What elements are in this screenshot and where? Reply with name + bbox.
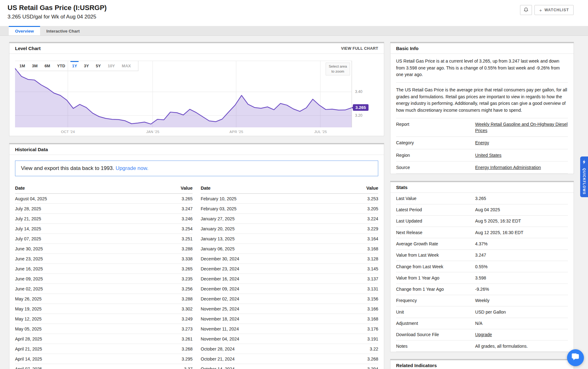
range-button-label: 1M <box>19 64 25 68</box>
stats-row: Adjustment N/A <box>396 318 568 329</box>
info-value-link[interactable]: Energy Information Administration <box>475 164 568 171</box>
stat-value: 0.55% <box>475 264 568 270</box>
stat-value: USD per Gallon <box>475 309 568 315</box>
range-button[interactable]: 1Y <box>69 61 80 71</box>
x-axis-label: OCT '24 <box>61 130 75 134</box>
stat-label: Change from 1 Year Ago <box>396 286 475 292</box>
range-button[interactable]: 10Y <box>104 61 118 71</box>
stats-row: Value from Last Week 3.247 <box>396 250 568 261</box>
col-header-value: Value <box>181 186 193 191</box>
stats-row: Change from Last Week 0.55% <box>396 261 568 272</box>
info-row: Source Energy Information Administration <box>396 161 568 174</box>
basic-info-panel: Basic Info US Retail Gas Price is at a c… <box>390 42 574 174</box>
row-date: February 03, 2025 <box>201 206 236 211</box>
row-value: 3.268 <box>367 356 378 361</box>
y-axis-label: 3.20 <box>355 113 362 118</box>
view-full-chart-button[interactable]: VIEW FULL CHART <box>341 46 378 51</box>
info-label: Region <box>396 152 475 158</box>
stat-value: 3.247 <box>475 252 568 258</box>
range-button[interactable]: 3M <box>28 61 41 71</box>
range-button[interactable]: 6M <box>41 61 54 71</box>
select-area-overlay: Select area to zoom <box>326 63 350 75</box>
row-date: April 14, 2025 <box>15 356 42 361</box>
range-button[interactable]: 3Y <box>80 61 92 71</box>
info-value-link[interactable]: Energy <box>475 140 568 146</box>
stat-label: Unit <box>396 309 475 315</box>
row-date: October 28, 2024 <box>201 346 235 351</box>
row-value: 3.229 <box>367 226 378 231</box>
row-value: 3.265 <box>182 266 193 271</box>
stats-row: Next Release Aug 12 2025, 16:30 EDT <box>396 227 568 238</box>
row-date: May 05, 2025 <box>15 326 42 331</box>
row-value: 3.168 <box>367 316 378 321</box>
range-button[interactable]: 5Y <box>92 61 104 71</box>
stat-label: Last Value <box>396 195 475 202</box>
table-row: June 30, 2025 3.288 <box>15 244 193 254</box>
main-content: Level Chart VIEW FULL CHART 1M 3M <box>0 36 588 369</box>
range-button[interactable]: MAX <box>118 61 134 71</box>
right-column: Basic Info US Retail Gas Price is at a c… <box>390 42 574 369</box>
row-value: 3.261 <box>182 336 193 341</box>
panel-title: Level Chart <box>15 46 41 51</box>
row-date: April 21, 2025 <box>15 346 42 351</box>
basic-info-header: Basic Info <box>390 43 574 54</box>
stats-row: Average Growth Rate 4.37% <box>396 238 568 249</box>
stat-value: N/A <box>475 320 568 326</box>
stat-value[interactable]: Upgrade <box>475 331 568 338</box>
row-value: 3.176 <box>367 326 378 331</box>
historical-tables: Date Value August 04, 2025 3.265 July 28… <box>9 182 384 369</box>
row-date: July 14, 2025 <box>15 226 41 231</box>
basic-info-rows: Report Weekly Retail Gasoline and On-Hig… <box>396 118 568 174</box>
table-row: August 04, 2025 3.265 <box>15 194 193 204</box>
table-row: November 18, 2024 3.168 <box>201 314 378 324</box>
tab[interactable]: Interactive Chart <box>40 26 86 35</box>
row-date: January 27, 2025 <box>201 216 235 221</box>
stats-rows: Last Value 3.265 Latest Period Aug 04 20… <box>396 193 568 352</box>
range-button-label: 10Y <box>108 64 115 68</box>
table-row: June 02, 2025 3.256 <box>15 284 193 294</box>
row-value: 3.265 <box>182 196 193 201</box>
row-value: 3.156 <box>367 296 378 301</box>
row-value: 3.256 <box>182 286 193 291</box>
range-button-label: 3Y <box>84 64 89 68</box>
range-button[interactable]: YTD <box>54 61 69 71</box>
add-watchlist-button[interactable]: + WATCHLIST <box>534 5 574 15</box>
row-date: May 19, 2025 <box>15 306 42 311</box>
info-value-link[interactable]: Weekly Retail Gasoline and On-Highway Di… <box>475 121 568 134</box>
row-date: November 04, 2024 <box>201 336 239 341</box>
stat-label: Latest Period <box>396 207 475 213</box>
stat-label: Last Updated <box>396 218 475 224</box>
row-value: 3.253 <box>367 196 378 201</box>
stat-value: 3.265 <box>475 195 568 202</box>
upgrade-now-link[interactable]: Upgrade now. <box>116 165 148 171</box>
table-row: December 02, 2024 3.156 <box>201 294 378 304</box>
tab-label: Interactive Chart <box>46 29 80 33</box>
panel-title: Related Indicators <box>396 363 437 368</box>
row-value: 3.247 <box>182 206 193 211</box>
chat-bubble-button[interactable] <box>567 349 584 366</box>
stats-body: Last Value 3.265 Latest Period Aug 04 20… <box>390 193 574 352</box>
table-row: April 07, 2025 3.37 <box>15 364 193 369</box>
table-row: May 12, 2025 3.249 <box>15 314 193 324</box>
x-axis-label: APR '25 <box>230 130 243 134</box>
row-date: August 04, 2025 <box>15 196 47 201</box>
page-subtitle: 3.265 USD/gal for Wk of Aug 04 2025 <box>8 14 588 20</box>
table-row: January 06, 2025 3.168 <box>201 244 378 254</box>
range-button-label: YTD <box>57 64 65 68</box>
stats-row: Frequency Weekly <box>396 295 568 306</box>
row-value: 3.168 <box>367 246 378 251</box>
related-indicators-header: Related Indicators <box>390 360 574 369</box>
x-axis-label: JAN '25 <box>146 130 159 134</box>
table-row: April 14, 2025 3.295 <box>15 354 193 364</box>
alert-bell-button[interactable] <box>520 5 532 15</box>
tab[interactable]: Overview <box>9 26 40 35</box>
table-row: May 05, 2025 3.273 <box>15 324 193 334</box>
top-header: US Retail Gas Price (I:USRGP) 3.265 USD/… <box>0 0 588 26</box>
quickflows-tab[interactable]: QUICKFLOWS <box>580 156 588 197</box>
stats-header: Stats <box>390 182 574 193</box>
row-value: 3.246 <box>182 216 193 221</box>
range-button[interactable]: 1M <box>16 61 28 71</box>
info-value-link[interactable]: United States <box>475 152 568 158</box>
table-row: January 27, 2025 3.224 <box>201 214 378 224</box>
table-row: December 16, 2024 3.137 <box>201 274 378 284</box>
